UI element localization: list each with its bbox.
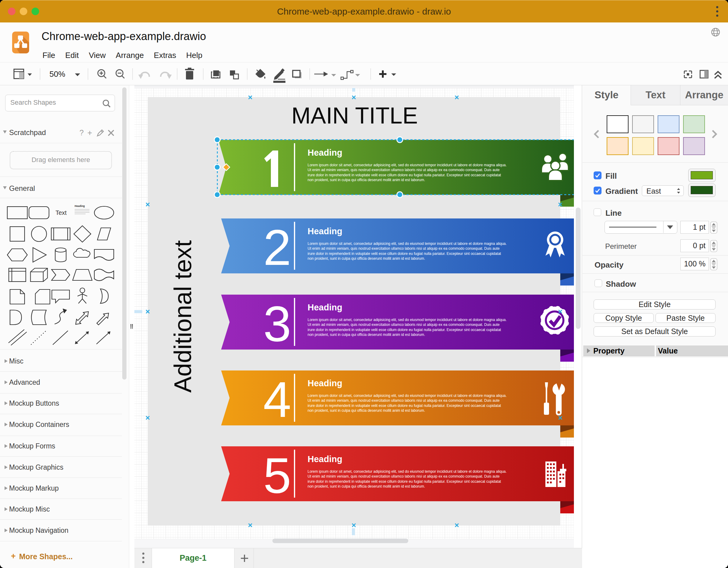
svg-text:Heading: Heading <box>75 205 85 208</box>
svg-text:Text: Text <box>56 209 67 216</box>
svg-text:50%: 50% <box>49 69 65 79</box>
